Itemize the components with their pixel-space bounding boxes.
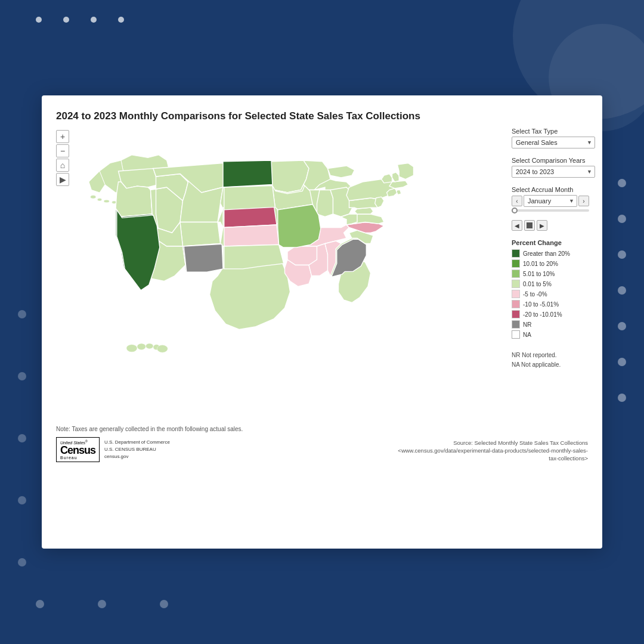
svg-point-1 <box>97 199 101 202</box>
us-map <box>73 130 502 416</box>
anim-stop-button[interactable] <box>524 220 535 231</box>
source-label: Source: Selected Monthly State Sales Tax… <box>397 439 588 447</box>
svg-point-2 <box>104 200 109 203</box>
accrual-month-group: Select Accrual Month ‹ January February … <box>512 186 604 212</box>
tax-type-label: Select Tax Type <box>512 128 604 135</box>
legend-swatch-10-20 <box>512 259 520 268</box>
legend-label-0-5: 0.01 to 5% <box>523 281 552 287</box>
page-title: 2024 to 2023 Monthly Comparisons for Sel… <box>56 110 420 123</box>
anim-next-button[interactable]: ▶ <box>537 220 547 231</box>
month-select-wrapper: January February March April May June Ju… <box>524 195 577 207</box>
legend-label-gt20: Greater than 20% <box>523 250 570 257</box>
svg-point-3 <box>112 201 116 204</box>
legend-swatch-neg10-neg5 <box>512 300 520 308</box>
legend-swatch-0-5 <box>512 280 520 288</box>
month-prev-button[interactable]: ‹ <box>512 196 522 206</box>
legend-item-5-10: 5.01 to 10% <box>512 270 604 278</box>
legend-label-neg20-neg10: -20 to -10.01% <box>523 311 562 318</box>
legend-swatch-neg20-neg10 <box>512 310 520 318</box>
month-select[interactable]: January February March April May June Ju… <box>524 195 577 207</box>
legend-item-nr: NR <box>512 320 604 329</box>
census-logo: United States® Census Bureau U.S. Depart… <box>56 437 243 462</box>
tax-type-group: Select Tax Type General Sales Individual… <box>512 128 604 148</box>
svg-point-0 <box>91 196 96 199</box>
footer-note: Note: Taxes are generally collected in t… <box>56 426 243 432</box>
comparison-years-group: Select Comparison Years 2024 to 2023 202… <box>512 157 604 178</box>
arrow-button[interactable]: ▶ <box>56 173 69 186</box>
svg-point-4 <box>126 345 137 352</box>
svg-point-5 <box>137 343 145 350</box>
month-nav: ‹ January February March April May June … <box>512 195 604 207</box>
tax-type-select-wrapper: General Sales Individual Income Corporat… <box>512 137 595 148</box>
zoom-out-button[interactable]: − <box>56 144 69 157</box>
comparison-years-select-wrapper: 2024 to 2023 2023 to 2022 2022 to 2021 ▼ <box>512 166 595 178</box>
legend-swatch-gt20 <box>512 249 520 258</box>
accrual-month-label: Select Accrual Month <box>512 186 604 193</box>
svg-point-8 <box>157 345 168 353</box>
anim-prev-button[interactable]: ◀ <box>512 220 522 231</box>
controls-panel: Select Tax Type General Sales Individual… <box>512 128 604 419</box>
legend-item-na: NA <box>512 330 604 339</box>
legend-item-neg5-0: -5 to -0% <box>512 290 604 298</box>
month-next-button[interactable]: › <box>578 196 589 206</box>
map-controls: + − ⌂ ▶ <box>56 130 69 186</box>
legend-notes: NR Not reported. NA Not applicable. <box>512 351 604 370</box>
legend-note-nr: NR Not reported. <box>512 351 604 360</box>
census-logo-text: United States® Census Bureau <box>60 439 95 460</box>
legend-swatch-na <box>512 330 520 339</box>
legend-swatch-nr <box>512 320 520 329</box>
legend-note-na: NA Not applicable. <box>512 360 604 370</box>
legend-label-na: NA <box>523 332 531 338</box>
card-footer: Note: Taxes are generally collected in t… <box>56 426 588 462</box>
legend-label-10-20: 10.01 to 20% <box>523 261 558 267</box>
legend-label-neg5-0: -5 to -0% <box>523 291 547 298</box>
month-slider[interactable] <box>512 209 589 212</box>
source-url: <www.census.gov/data/experimental-data-p… <box>397 447 588 463</box>
legend-item-0-5: 0.01 to 5% <box>512 280 604 288</box>
animation-controls: ◀ ▶ <box>512 220 604 231</box>
legend-item-neg10-neg5: -10 to -5.01% <box>512 300 604 308</box>
source-text: Source: Selected Monthly State Sales Tax… <box>397 439 588 463</box>
main-card: 2024 to 2023 Monthly Comparisons for Sel… <box>42 95 602 549</box>
legend-item-gt20: Greater than 20% <box>512 249 604 258</box>
comparison-years-label: Select Comparison Years <box>512 157 604 164</box>
legend-label-nr: NR <box>523 321 531 328</box>
legend-swatch-neg5-0 <box>512 290 520 298</box>
tax-type-select[interactable]: General Sales Individual Income Corporat… <box>512 137 595 148</box>
month-slider-thumb <box>512 208 518 213</box>
comparison-years-select[interactable]: 2024 to 2023 2023 to 2022 2022 to 2021 <box>512 166 595 178</box>
census-dept-info: U.S. Department of Commerce U.S. CENSUS … <box>104 439 170 460</box>
legend-label-neg10-neg5: -10 to -5.01% <box>523 301 559 308</box>
home-button[interactable]: ⌂ <box>56 159 69 172</box>
legend-title: Percent Change <box>512 239 604 246</box>
legend-label-5-10: 5.01 to 10% <box>523 271 555 277</box>
legend-swatch-5-10 <box>512 270 520 278</box>
legend-item-neg20-neg10: -20 to -10.01% <box>512 310 604 318</box>
stop-icon <box>527 222 532 228</box>
legend: Percent Change Greater than 20% 10.01 to… <box>512 239 604 370</box>
map-section: + − ⌂ ▶ <box>56 128 502 419</box>
svg-point-6 <box>145 343 153 349</box>
legend-item-10-20: 10.01 to 20% <box>512 259 604 268</box>
zoom-in-button[interactable]: + <box>56 130 69 143</box>
